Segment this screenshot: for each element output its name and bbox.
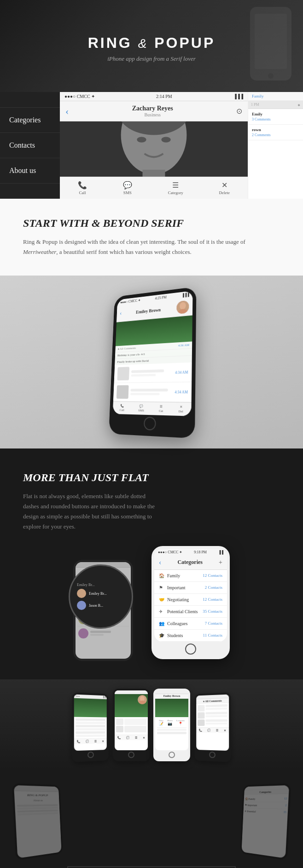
sms-button[interactable]: 💬 SMS (123, 181, 132, 195)
comment-count-2[interactable]: 2 Comments (252, 133, 299, 137)
cat-time: 9:18 PM (194, 550, 207, 554)
home-button[interactable] (144, 417, 156, 431)
circle-contact-2: Jason B... (77, 601, 125, 610)
side-menu-categories[interactable]: Categories (0, 107, 60, 133)
hero-title: RING & POPUP (88, 34, 216, 52)
conversation-preview: ● All Comments 4:36 AM Birthday is your … (115, 342, 192, 365)
mini-sms[interactable]: 💬SMS (138, 404, 144, 412)
side-menu-contacts[interactable]: Contacts (0, 133, 60, 158)
mini-category[interactable]: ☰Cat (159, 405, 163, 413)
app-screenshot-strip: Categories Contacts About us ●●●○ CMCC ✦… (0, 92, 303, 199)
category-button[interactable]: ☰ Category (168, 181, 183, 195)
cat-title: Categories (177, 559, 203, 566)
circle-highlight: Emiley Br... Emiley Br... Jason B... (69, 564, 133, 629)
side-menu: Categories Contacts About us (0, 92, 60, 199)
avatar-1 (77, 589, 86, 598)
negotiating-name: Negotiating (167, 597, 189, 602)
potential-icon: ✈ (159, 609, 164, 614)
call-button[interactable]: 📞 Call (78, 181, 87, 195)
cat-item-negotiating[interactable]: 🤝 Negotiating 12 Contacts (154, 594, 227, 606)
thanks-section: RING & POPUP About us Categories 🏠 Famil… (0, 770, 303, 868)
multi-phone-4: ● All Comments (194, 692, 231, 762)
cat-nav: ‹ Categories + (154, 556, 227, 570)
cat-phone-inner: ●●●○ CMCC ✦ 9:18 PM ▐▐ ‹ Categories + 🏠 … (154, 549, 227, 642)
svg-point-9 (161, 137, 170, 142)
categories-phone: ●●●○ CMCC ✦ 9:18 PM ▐▐ ‹ Categories + 🏠 … (152, 546, 230, 659)
multi-phone-3: Emiley Brown Note 📝 Photo 📷 Location 📍 (153, 689, 190, 761)
cat-item-colleagues[interactable]: 👥 Colleagues 7 Contacts (154, 618, 227, 630)
serif-body-italic: Merriweather (23, 248, 56, 255)
comments-list: Family 1 PM + Emily 3 Comments rown 2 Co… (248, 92, 303, 199)
colleagues-icon: 👥 (159, 621, 164, 626)
battery-indicator: ▐▐▐ (233, 94, 243, 99)
mini-avatar (176, 300, 189, 314)
comment-count-1[interactable]: 3 Comments (252, 117, 299, 121)
delete-button[interactable]: ✕ Delete (219, 181, 230, 195)
comments-header: Family (248, 92, 303, 101)
multi-phone-1: ●●● ▐▐ 📞 💬 ☰ ✕ (72, 692, 109, 762)
circle-name-1: Emiley Br... (89, 592, 107, 596)
add-button[interactable]: + (297, 103, 300, 108)
svg-rect-6 (143, 170, 165, 177)
avatar-2 (77, 601, 86, 610)
circle-contact-1: Emiley Br... (77, 589, 125, 598)
camera-icon[interactable]: ⊙ (236, 107, 242, 115)
family-name: Family (167, 573, 180, 578)
family-tab[interactable]: Family (252, 94, 264, 98)
cat-item-students[interactable]: 🎓 Students 11 Contacts (154, 630, 227, 642)
comment-item-1: Emily 3 Comments (248, 109, 303, 125)
cat-item-potential[interactable]: ✈ Potential Clients 35 Contacts (154, 606, 227, 618)
cat-add-button[interactable]: + (219, 559, 222, 566)
mini-action-bar: 📞Call 💬SMS ☰Cat ✕Del (113, 402, 192, 416)
mini-back[interactable]: ‹ (120, 310, 122, 317)
important-icon: ⚑ (159, 585, 164, 590)
action-bar: 📞 Call 💬 SMS ☰ Category ✕ Delete (60, 177, 248, 199)
time-header: 1 PM + (248, 101, 303, 109)
mini-call[interactable]: 📞Call (120, 404, 125, 412)
mini-list: 4:34 AM 4:34 AM (113, 362, 192, 402)
hero-section: RING & POPUP iPhone app design from a Se… (0, 0, 303, 92)
mini-list-row-2: 4:34 AM (113, 382, 192, 402)
cat-back-button[interactable]: ‹ (159, 558, 161, 567)
contact-banner: ● All Comments 4:36 AM Birthday is your … (115, 316, 192, 365)
circle-name-2: Jason B... (89, 604, 103, 608)
commenter-name-1: Emily (252, 112, 299, 116)
thanks-banner: THANKS FOR WATCHING Designed by JJ Ying … (67, 866, 236, 868)
phone-screen: ●●●○ CMCC ✦ 2:14 PM ▐▐▐ Zachary Reyes Bu… (60, 92, 248, 199)
back-button[interactable] (65, 105, 69, 117)
nav-bar: Zachary Reyes Business ⊙ (60, 101, 248, 121)
flat-title: MORE THAN JUST FLAT (23, 471, 280, 484)
cat-item-family[interactable]: 🏠 Family 12 Contacts (154, 570, 227, 582)
svg-point-8 (137, 137, 146, 142)
mini-delete[interactable]: ✕Del (179, 405, 183, 414)
mini-list-row: 4:34 AM (114, 362, 192, 383)
phone-inner: ●●●○ CMCC ✦ 4:25 PM ▐▐▐ ‹ Emiley Brown (113, 291, 193, 416)
students-icon: 🎓 (159, 633, 164, 638)
cat-battery: ▐▐ (218, 550, 223, 554)
left-phone-container: Emiley Br... Emiley Br... Jason B... (73, 555, 142, 661)
category-label: Category (168, 190, 183, 195)
negotiating-count: 12 Contacts (203, 597, 222, 602)
contact-category: Business (132, 112, 173, 117)
colleagues-count: 7 Contacts (205, 621, 222, 626)
delete-label: Delete (219, 190, 230, 195)
svg-rect-1 (255, 14, 287, 69)
students-count: 11 Contacts (203, 633, 222, 638)
serif-title: START WITH & BEYOND SERIF (23, 217, 280, 230)
categories-home-button[interactable] (185, 644, 196, 655)
nav-title: Zachary Reyes Business (132, 105, 173, 117)
family-icon: 🏠 (159, 573, 164, 578)
side-menu-about[interactable]: About us (0, 158, 60, 184)
serif-body-text1: Ring & Popup is designed with the idea o… (23, 238, 245, 245)
negotiating-icon: 🤝 (159, 597, 164, 602)
serif-section: START WITH & BEYOND SERIF Ring & Popup i… (0, 199, 303, 276)
call-label: Call (79, 190, 86, 195)
serif-body-text2: , a beautiful serif font which has vario… (56, 248, 192, 255)
time-display: 2:14 PM (156, 94, 172, 99)
multi-phone-section: ●●● ▐▐ 📞 💬 ☰ ✕ (0, 679, 303, 770)
cat-item-important[interactable]: ⚑ Important 2 Contacts (154, 582, 227, 594)
mini-contact-info: Emiley Brown (136, 307, 161, 315)
hero-subtitle: iPhone app design from a Serif lover (107, 55, 196, 63)
flat-section: MORE THAN JUST FLAT Flat is not always g… (0, 448, 303, 546)
important-count: 2 Contacts (205, 585, 222, 590)
